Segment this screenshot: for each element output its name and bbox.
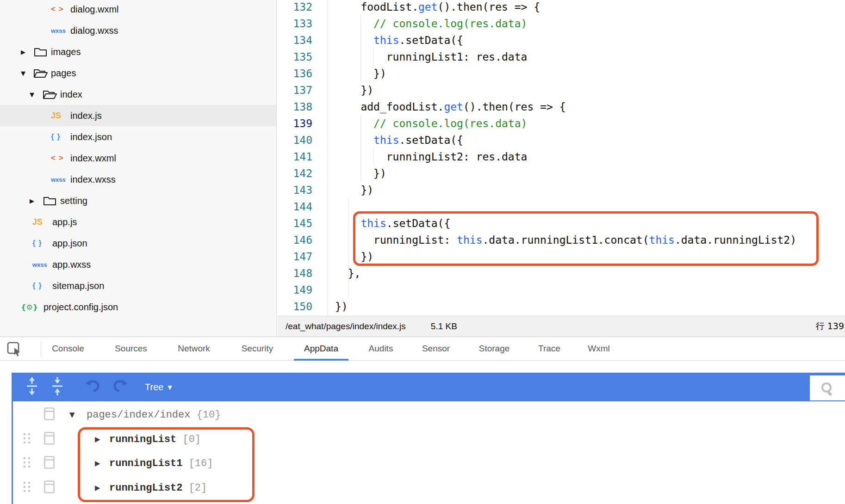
file-tree-item-app-wxss[interactable]: wxssapp.wxss — [0, 254, 276, 275]
file-tree-item-app-js[interactable]: JSapp.js — [0, 211, 276, 233]
line-number: 135 — [277, 49, 312, 65]
code-line-148[interactable]: }, — [335, 265, 845, 282]
folder-icon — [33, 46, 47, 58]
line-number: 132 — [277, 0, 312, 15]
line-number: 144 — [277, 198, 312, 215]
code-lines[interactable]: foodList.get().then(res => { // console.… — [335, 0, 845, 315]
tab-network[interactable]: Network — [178, 337, 210, 360]
line-number: 147 — [277, 248, 312, 265]
chevron-down-icon: ▼ — [168, 384, 172, 390]
code-line-132[interactable]: foodList.get().then(res => { — [335, 0, 845, 15]
file-tree-sidebar: < >dialog.wxmlwxssdialog.wxss▶images▼pag… — [0, 0, 277, 337]
chevron-expanded-icon[interactable]: ▼ — [69, 411, 75, 419]
tab-label: Sensor — [422, 344, 450, 354]
file-name: index.json — [70, 132, 112, 142]
file-tree-item-index[interactable]: ▼index — [0, 84, 276, 105]
folder-open-icon — [43, 88, 57, 100]
tab-sensor[interactable]: Sensor — [422, 337, 450, 360]
data-node-label: pages/index/index {10} — [87, 409, 221, 421]
file-tree-item-project-config-json[interactable]: {⚙}project.config.json — [0, 296, 276, 318]
json-icon: { } — [32, 281, 42, 290]
gutter-divider — [327, 0, 328, 316]
appdata-row-root[interactable]: ▼pages/index/index {10} — [12, 404, 845, 425]
code-line-140[interactable]: this.setData({ — [335, 132, 845, 148]
tab-sources[interactable]: Sources — [115, 337, 147, 360]
file-tree-item-pages[interactable]: ▼pages — [0, 62, 276, 84]
wxml-icon: < > — [51, 154, 64, 163]
tab-label: Audits — [369, 344, 393, 354]
line-number: 139 — [277, 115, 312, 132]
view-mode-label: Tree — [145, 382, 163, 393]
indent-guide — [373, 148, 374, 165]
tab-trace[interactable]: Trace — [538, 337, 560, 360]
file-tree-item-index-wxss[interactable]: wxssindex.wxss — [0, 169, 276, 190]
view-mode-dropdown[interactable]: Tree ▼ — [145, 382, 172, 393]
file-tree-item-index-wxml[interactable]: < >index.wxml — [0, 148, 276, 169]
code-line-143[interactable]: }) — [335, 182, 845, 198]
tab-storage[interactable]: Storage — [479, 337, 510, 360]
expand-all-icon[interactable] — [25, 377, 38, 397]
file-tree-item-sitemap-json[interactable]: { }sitemap.json — [0, 275, 276, 296]
chevron-expanded-icon[interactable]: ▼ — [21, 70, 25, 76]
code-line-150[interactable]: }) — [335, 298, 845, 315]
file-name: app.js — [52, 217, 77, 227]
chevron-collapsed-icon[interactable]: ▶ — [21, 49, 25, 55]
file-name: setting — [60, 196, 87, 206]
inspect-element-icon[interactable] — [6, 341, 22, 357]
drag-handle-icon[interactable] — [22, 456, 31, 471]
code-line-149[interactable] — [335, 282, 845, 298]
code-line-142[interactable]: }) — [335, 165, 845, 182]
file-tree-item-setting[interactable]: ▶setting — [0, 190, 276, 211]
active-tab-underline — [294, 359, 348, 361]
code-editor[interactable]: 1321331341351361371381391401411421431441… — [277, 0, 845, 316]
code-line-141[interactable]: runningList2: res.data — [335, 148, 845, 165]
file-tree-item-images[interactable]: ▶images — [0, 41, 276, 62]
code-annotation-highlight-box — [353, 211, 819, 266]
data-node-icon — [44, 456, 55, 471]
line-number: 137 — [277, 82, 312, 98]
indent-guide — [373, 49, 374, 65]
code-line-137[interactable]: }) — [335, 82, 845, 98]
chevron-expanded-icon[interactable]: ▼ — [30, 92, 34, 98]
file-tree-item-dialog-wxml[interactable]: < >dialog.wxml — [0, 0, 276, 20]
line-number: 134 — [277, 32, 312, 49]
line-number: 143 — [277, 182, 312, 198]
code-line-133[interactable]: // console.log(res.data) — [335, 15, 845, 32]
file-name: index.wxml — [70, 153, 116, 164]
wechat-devtools-window: < >dialog.wxmlwxssdialog.wxss▶images▼pag… — [0, 0, 845, 504]
file-tree-item-dialog-wxss[interactable]: wxssdialog.wxss — [0, 20, 276, 41]
file-name: dialog.wxml — [70, 4, 118, 15]
file-name: index.js — [70, 111, 102, 121]
file-tree-item-index-json[interactable]: { }index.json — [0, 126, 276, 148]
file-tree-item-index-js[interactable]: JSindex.js — [0, 105, 276, 126]
tabbar-divider — [41, 341, 41, 356]
line-number: 150 — [277, 298, 312, 315]
tab-label: AppData — [304, 344, 338, 354]
drag-handle-icon[interactable] — [22, 432, 31, 447]
file-name: app.json — [52, 238, 87, 249]
appdata-search-input[interactable] — [810, 375, 845, 400]
indent-guide — [348, 198, 348, 298]
js-icon: JS — [51, 111, 61, 121]
code-line-135[interactable]: runningList1: res.data — [335, 49, 845, 65]
tab-wxml[interactable]: Wxml — [588, 337, 609, 360]
drag-handle-icon[interactable] — [22, 480, 31, 495]
redo-icon[interactable] — [112, 379, 128, 395]
code-line-138[interactable]: add_foodList.get().then(res => { — [335, 98, 845, 115]
tab-appdata[interactable]: AppData — [304, 337, 338, 360]
line-number: 138 — [277, 98, 312, 115]
chevron-collapsed-icon[interactable]: ▶ — [30, 198, 34, 204]
file-name: sitemap.json — [52, 281, 104, 291]
line-number: 141 — [277, 148, 312, 165]
collapse-all-icon[interactable] — [51, 377, 64, 397]
line-number: 140 — [277, 132, 312, 148]
tab-security[interactable]: Security — [242, 337, 273, 360]
code-line-134[interactable]: this.setData({ — [335, 32, 845, 49]
file-tree-item-app-json[interactable]: { }app.json — [0, 233, 276, 254]
tab-audits[interactable]: Audits — [369, 337, 393, 360]
undo-icon[interactable] — [85, 379, 100, 395]
search-icon — [819, 381, 836, 398]
tab-console[interactable]: Console — [52, 337, 84, 360]
code-line-136[interactable]: }) — [335, 65, 845, 82]
code-line-139[interactable]: // console.log(res.data) — [335, 115, 845, 132]
